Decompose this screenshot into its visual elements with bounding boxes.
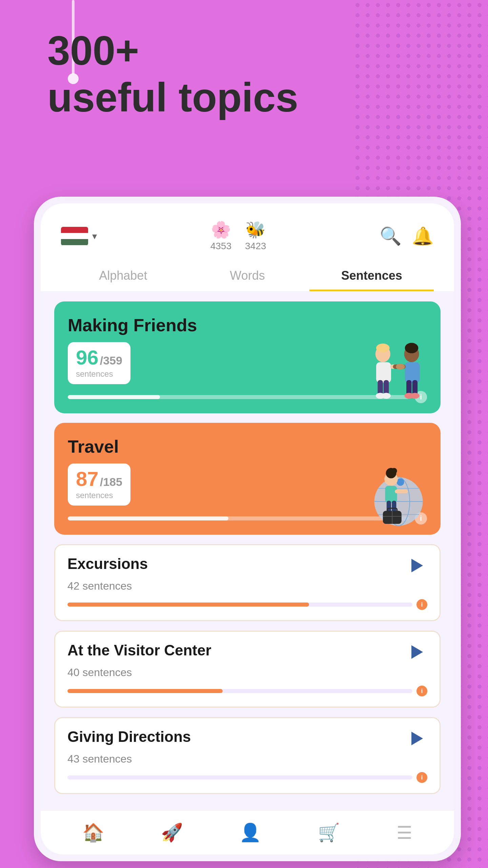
hero-title-line2: useful topics [47, 74, 298, 121]
excursions-info-icon[interactable]: i [416, 599, 427, 610]
home-icon: 🏠 [82, 822, 104, 843]
nav-home[interactable]: 🏠 [82, 822, 104, 843]
bee-stat: 🐝 3423 [245, 220, 266, 252]
giving-directions-sentences: 43 sentences [67, 753, 427, 765]
nav-tabs: Alphabet Words Sentences [41, 258, 454, 291]
excursions-title: Excursions [67, 555, 148, 572]
giving-directions-card[interactable]: Giving Directions 43 sentences i [54, 717, 441, 794]
travel-stats-box: 87 /185 sentences [68, 463, 130, 506]
svg-rect-2 [376, 362, 391, 383]
visitor-center-title: At the Visitor Center [67, 642, 211, 659]
visitor-center-progress-fill [67, 689, 223, 693]
phone-content: ▾ 🌸 4353 🐝 3423 🔍 🔔 [41, 203, 454, 854]
making-friends-progress-fill [68, 395, 160, 399]
excursions-progress-row: i [67, 599, 427, 610]
making-friends-card[interactable]: Making Friends 96 /359 sentences i [54, 301, 441, 413]
nav-shop[interactable]: 🛒 [318, 822, 340, 843]
travel-label: sentences [76, 491, 113, 500]
excursions-sentences: 42 sentences [67, 580, 427, 592]
profile-icon: 👤 [239, 822, 261, 843]
nav-menu[interactable]: ☰ [396, 823, 412, 843]
flower-stat: 🌸 4353 [210, 220, 231, 252]
svg-rect-25 [385, 486, 397, 503]
svg-rect-10 [405, 362, 420, 383]
menu-icon: ☰ [396, 823, 412, 843]
play-icon [411, 559, 423, 572]
phone-mockup: ▾ 🌸 4353 🐝 3423 🔍 🔔 [34, 197, 461, 861]
making-friends-stats-box: 96 /359 sentences [68, 342, 130, 384]
travel-total: /185 [100, 475, 122, 489]
nav-learn[interactable]: 🚀 [161, 822, 183, 843]
header-stats: 🌸 4353 🐝 3423 [210, 220, 266, 252]
excursions-play-button[interactable] [407, 555, 427, 576]
travel-title: Travel [68, 436, 427, 457]
language-selector[interactable]: ▾ [61, 227, 97, 245]
phone-inner: ▾ 🌸 4353 🐝 3423 🔍 🔔 [41, 203, 454, 854]
making-friends-count: 96 [76, 348, 99, 368]
giving-directions-progress-bg [67, 775, 412, 780]
hungary-flag [61, 227, 88, 245]
cart-icon: 🛒 [318, 822, 340, 843]
giving-directions-info-icon[interactable]: i [416, 772, 427, 783]
scroll-area: Making Friends 96 /359 sentences i [41, 291, 454, 810]
giving-directions-progress-row: i [67, 772, 427, 783]
making-friends-total: /359 [100, 354, 122, 367]
play-icon [411, 732, 423, 745]
flower-icon: 🌸 [211, 220, 231, 239]
giving-directions-title: Giving Directions [67, 728, 191, 745]
svg-point-16 [396, 364, 405, 370]
tab-alphabet[interactable]: Alphabet [61, 263, 185, 291]
excursions-card[interactable]: Excursions 42 sentences i [54, 544, 441, 621]
svg-point-1 [376, 343, 390, 352]
bee-count: 3423 [245, 241, 266, 252]
travel-illustration [356, 457, 434, 531]
bee-icon: 🐝 [245, 220, 266, 239]
nav-profile[interactable]: 👤 [239, 822, 261, 843]
app-header: ▾ 🌸 4353 🐝 3423 🔍 🔔 [41, 203, 454, 258]
svg-point-9 [405, 343, 419, 353]
excursions-progress-fill [67, 603, 309, 607]
svg-point-27 [391, 468, 397, 474]
visitor-center-card[interactable]: At the Visitor Center 40 sentences i [54, 631, 441, 708]
tab-sentences[interactable]: Sentences [309, 263, 434, 291]
play-icon [411, 645, 423, 659]
chevron-down-icon: ▾ [92, 231, 97, 242]
hero-section: 300+ useful topics [47, 27, 298, 121]
tab-words[interactable]: Words [185, 263, 310, 291]
excursions-progress-bg [67, 603, 412, 607]
giving-directions-play-button[interactable] [407, 728, 427, 749]
bell-icon[interactable]: 🔔 [412, 226, 434, 246]
travel-card[interactable]: Travel 87 /185 sentences i [54, 423, 441, 535]
travel-count: 87 [76, 469, 99, 489]
giving-directions-header: Giving Directions [67, 728, 427, 749]
visitor-center-sentences: 40 sentences [67, 666, 427, 679]
svg-rect-28 [395, 490, 408, 493]
search-icon[interactable]: 🔍 [380, 226, 402, 246]
hero-title-line1: 300+ [47, 27, 298, 74]
svg-point-14 [410, 393, 419, 399]
making-friends-label: sentences [76, 369, 113, 379]
bottom-nav: 🏠 🚀 👤 🛒 ☰ [41, 810, 454, 854]
making-friends-illustration [356, 335, 434, 410]
visitor-center-progress-row: i [67, 686, 427, 696]
header-actions: 🔍 🔔 [380, 226, 434, 246]
flower-count: 4353 [210, 241, 231, 252]
making-friends-title: Making Friends [68, 315, 427, 335]
visitor-center-progress-bg [67, 689, 412, 693]
visitor-center-play-button[interactable] [407, 642, 427, 662]
excursions-header: Excursions [67, 555, 427, 576]
travel-progress-fill [68, 516, 228, 520]
visitor-center-header: At the Visitor Center [67, 642, 427, 662]
visitor-center-info-icon[interactable]: i [416, 686, 427, 696]
rocket-icon: 🚀 [161, 822, 183, 843]
svg-point-6 [382, 393, 391, 399]
